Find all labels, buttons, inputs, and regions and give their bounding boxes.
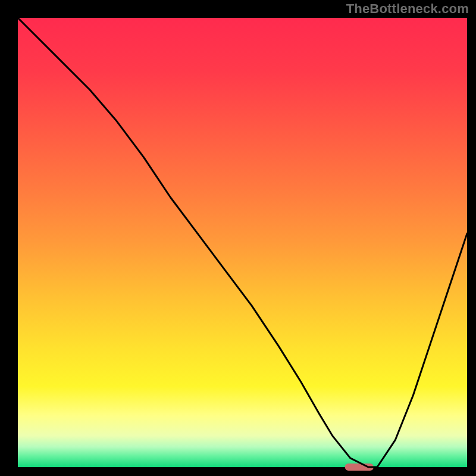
watermark-attribution: TheBottleneck.com (346, 1, 469, 17)
svg-rect-2 (0, 0, 18, 476)
bottleneck-chart (0, 0, 476, 476)
svg-rect-1 (0, 467, 476, 476)
svg-rect-3 (467, 0, 476, 476)
